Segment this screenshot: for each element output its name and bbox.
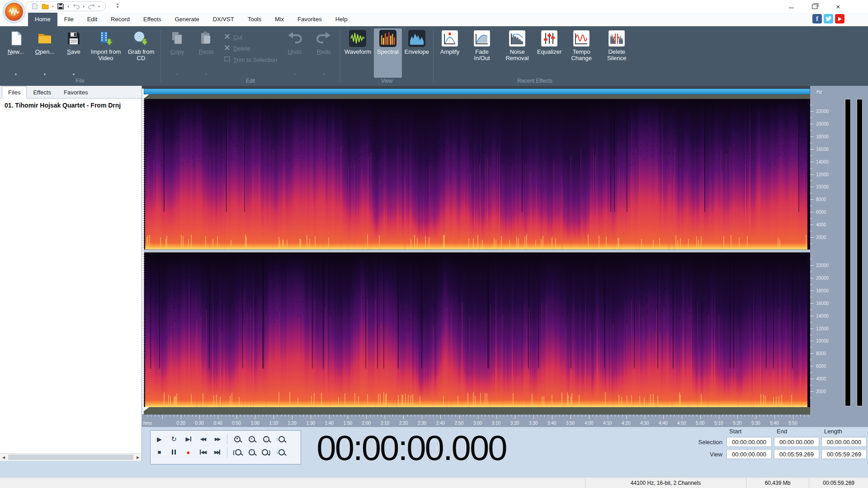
zoom-vertical-in-button[interactable]: ↕ bbox=[274, 433, 287, 445]
time-tick bbox=[711, 415, 712, 417]
new-button[interactable]: New...▼ bbox=[2, 28, 30, 78]
stop-button[interactable]: ■ bbox=[153, 446, 166, 458]
go-to-start-button[interactable]: ◀◀ bbox=[196, 446, 209, 458]
fast-forward-button[interactable]: ▶▶ bbox=[211, 433, 224, 445]
delete-button[interactable]: Delete bbox=[224, 44, 277, 52]
zoom-in-button[interactable]: + bbox=[231, 433, 244, 445]
waveform-button[interactable]: Waveform bbox=[343, 28, 373, 78]
delete-silence-button[interactable]: Delete Silence bbox=[599, 28, 634, 78]
zoom-selection-button[interactable]: · bbox=[245, 446, 258, 458]
equalizer-button[interactable]: Equalizer bbox=[535, 28, 563, 78]
undo-small-icon[interactable] bbox=[72, 3, 80, 10]
view-start-field[interactable]: 00:00:00.000 bbox=[726, 449, 772, 459]
menu-tab-home[interactable]: Home bbox=[28, 13, 57, 26]
go-to-end-button[interactable]: ▶▶ bbox=[211, 446, 224, 458]
undo-small-dropdown-icon[interactable]: ▾ bbox=[83, 5, 85, 9]
spectrogram-channel-1[interactable] bbox=[144, 99, 810, 249]
dropdown-arrow-icon[interactable]: ▼ bbox=[14, 73, 18, 78]
menu-tab-record[interactable]: Record bbox=[104, 13, 137, 26]
copy-button[interactable]: Copy▼ bbox=[163, 28, 191, 78]
time-ruler[interactable]: hms 0:200:300:400:501:001:101:201:301:40… bbox=[142, 414, 810, 427]
noise-removal-button[interactable]: Noise Removal bbox=[500, 28, 534, 78]
dropdown-arrow-icon[interactable]: ▼ bbox=[322, 73, 326, 78]
new-small-icon[interactable] bbox=[31, 3, 38, 10]
open-button[interactable]: Open...▼ bbox=[31, 28, 59, 78]
view-end-field[interactable]: 00:05:59.269 bbox=[774, 449, 819, 459]
dropdown-arrow-icon[interactable]: ▼ bbox=[293, 73, 297, 78]
twitter-icon[interactable] bbox=[824, 14, 833, 23]
sidebar-tab-files[interactable]: Files bbox=[2, 86, 27, 99]
selection-length-field[interactable]: 00:00:00.000 bbox=[821, 437, 867, 447]
sidebar-tab-effects[interactable]: Effects bbox=[27, 86, 57, 99]
record-button[interactable]: ● bbox=[182, 446, 195, 458]
tempo-change-button[interactable]: Tempo Change bbox=[564, 28, 599, 78]
dropdown-arrow-icon[interactable]: ▼ bbox=[205, 73, 208, 78]
fade-in-out-button[interactable]: Fade In/Out bbox=[465, 28, 499, 78]
spectrogram-channel-2[interactable] bbox=[144, 253, 810, 407]
dropdown-arrow-icon[interactable]: ▼ bbox=[176, 73, 179, 78]
play-to-end-button[interactable]: ▶ bbox=[182, 433, 195, 445]
envelope-button[interactable]: Envelope bbox=[403, 28, 431, 78]
zoom-full-button[interactable]: ⁚ bbox=[259, 433, 273, 445]
pause-button[interactable] bbox=[167, 446, 180, 458]
marker-strip-channel-1[interactable] bbox=[144, 94, 810, 99]
save-small-icon[interactable] bbox=[57, 3, 64, 10]
undo-button[interactable]: Undo▼ bbox=[281, 28, 309, 78]
play-button[interactable]: ▶ bbox=[153, 433, 166, 445]
zoom-selection-end-button[interactable]: ] bbox=[259, 446, 273, 458]
save-floppy-icon bbox=[65, 30, 82, 47]
sidebar-tab-favorites[interactable]: Favorites bbox=[57, 86, 94, 99]
amplify-button[interactable]: Amplify bbox=[436, 28, 464, 78]
dropdown-arrow-icon[interactable]: ▼ bbox=[43, 73, 47, 78]
menu-tab-dx-vst[interactable]: DX/VST bbox=[206, 13, 241, 26]
rewind-button[interactable]: ◀◀ bbox=[196, 433, 209, 445]
youtube-icon[interactable] bbox=[835, 14, 844, 23]
scrollbar-thumb[interactable] bbox=[8, 455, 133, 460]
grab-from-cd-button[interactable]: Grab from CD bbox=[124, 28, 158, 78]
menu-tab-help[interactable]: Help bbox=[329, 13, 354, 26]
menu-tab-effects[interactable]: Effects bbox=[137, 13, 168, 26]
time-tick bbox=[593, 415, 593, 417]
menu-tab-tools[interactable]: Tools bbox=[241, 13, 268, 26]
maximize-button[interactable] bbox=[803, 0, 826, 13]
selection-end-field[interactable]: 00:00:00.000 bbox=[774, 437, 819, 447]
sidebar-horizontal-scrollbar[interactable]: ◀ ▶ bbox=[0, 453, 142, 461]
redo-small-dropdown-icon[interactable]: ▾ bbox=[98, 5, 100, 9]
scroll-right-icon[interactable]: ▶ bbox=[134, 454, 142, 461]
menu-tab-favorites[interactable]: Favorites bbox=[291, 13, 328, 26]
menu-tab-generate[interactable]: Generate bbox=[168, 13, 206, 26]
overview-scroll-bar[interactable] bbox=[144, 89, 810, 94]
time-tick bbox=[722, 415, 723, 417]
paste-button[interactable]: Paste▼ bbox=[192, 28, 220, 78]
trim-to-selection-button[interactable]: Trim to Selection bbox=[224, 56, 277, 64]
open-small-icon[interactable] bbox=[42, 3, 49, 10]
close-button[interactable]: × bbox=[826, 0, 850, 13]
redo-button[interactable]: Redo▼ bbox=[310, 28, 338, 78]
loop-button[interactable]: ↻ bbox=[167, 433, 180, 445]
zoom-vertical-out-button[interactable]: ↕ bbox=[274, 446, 287, 458]
channel-separator[interactable] bbox=[144, 249, 810, 253]
minimize-button[interactable] bbox=[779, 0, 803, 13]
spectral-button[interactable]: Spectral bbox=[374, 28, 402, 78]
open-small-dropdown-icon[interactable]: ▾ bbox=[52, 5, 54, 9]
zoom-selection-start-button[interactable]: [ bbox=[231, 446, 244, 458]
cut-button[interactable]: Cut bbox=[224, 33, 277, 41]
redo-small-icon[interactable] bbox=[88, 3, 95, 10]
save-small-dropdown-icon[interactable]: ▾ bbox=[67, 5, 69, 9]
view-length-field[interactable]: 00:05:59.269 bbox=[821, 449, 867, 459]
zoom-out-button[interactable]: − bbox=[245, 433, 258, 445]
app-logo-icon[interactable] bbox=[3, 1, 25, 23]
scroll-left-icon[interactable]: ◀ bbox=[0, 454, 7, 461]
marker-strip-channel-2[interactable] bbox=[144, 407, 810, 414]
dropdown-arrow-icon[interactable]: ▼ bbox=[72, 73, 75, 78]
customize-quick-access-icon[interactable]: ▾ bbox=[117, 4, 118, 9]
facebook-icon[interactable]: f bbox=[812, 14, 822, 23]
save-button[interactable]: Save▼ bbox=[60, 28, 88, 78]
import-from-video-button[interactable]: Import from Video bbox=[89, 28, 123, 78]
menu-tab-edit[interactable]: Edit bbox=[80, 13, 104, 26]
time-tick bbox=[749, 415, 749, 417]
selection-start-field[interactable]: 00:00:00.000 bbox=[726, 437, 772, 447]
menu-tab-file[interactable]: File bbox=[57, 13, 80, 26]
menu-tab-mix[interactable]: Mix bbox=[268, 13, 291, 26]
file-list-item[interactable]: 01. Tihomir Hojsak Quartet - From Drnj bbox=[0, 99, 142, 112]
